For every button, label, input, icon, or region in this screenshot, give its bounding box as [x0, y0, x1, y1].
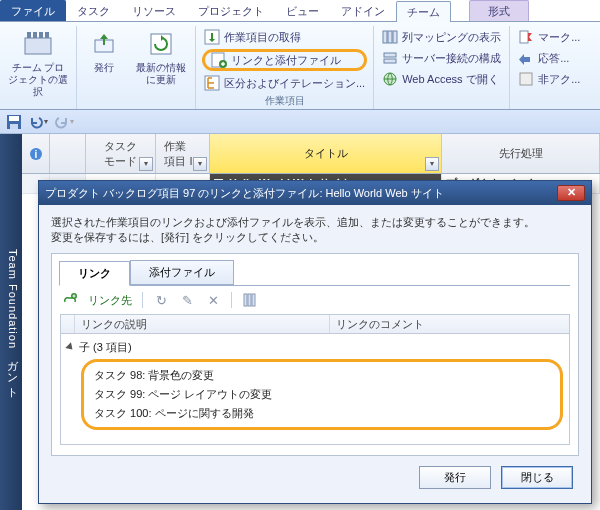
dialog-buttons: 発行 閉じる	[51, 456, 579, 493]
undo-icon[interactable]: ▾	[28, 114, 48, 130]
list-hdr-expand[interactable]	[61, 315, 75, 333]
close-icon[interactable]: ✕	[557, 185, 585, 201]
reply-label: 応答...	[538, 51, 569, 66]
colmap-label: 列マッピングの表示	[402, 30, 501, 45]
dialog-title: プロダクト バックログ項目 97 のリンクと添付ファイル: Hello Worl…	[45, 186, 444, 201]
hdr-indicator[interactable]: i	[22, 134, 50, 173]
columns-tool-icon[interactable]	[242, 292, 258, 308]
svg-rect-2	[33, 32, 37, 38]
hdr-predecessor[interactable]: 先行処理	[442, 134, 600, 173]
dialog-titlebar[interactable]: プロダクト バックログ項目 97 のリンクと添付ファイル: Hello Worl…	[39, 181, 591, 205]
tab-links[interactable]: リンク	[59, 261, 130, 286]
areas-icon	[204, 75, 220, 91]
svg-rect-3	[39, 32, 43, 38]
mark-icon	[518, 29, 534, 45]
publish-label: 発行	[94, 62, 114, 74]
hdr-pred-label: 先行処理	[499, 146, 543, 161]
hdr-taskmode[interactable]: タスク モード▾	[86, 134, 156, 173]
publish-button[interactable]: 発行	[83, 26, 125, 74]
info-icon: i	[29, 147, 43, 161]
tab-team[interactable]: チーム	[396, 1, 451, 22]
refresh-button[interactable]: 最新の情報 に更新	[133, 26, 189, 86]
areas-iterations-button[interactable]: 区分およびイテレーション...	[202, 74, 367, 92]
list-item[interactable]: タスク 98: 背景色の変更	[94, 366, 550, 385]
svg-rect-20	[9, 116, 19, 121]
mark-label: マーク...	[538, 30, 580, 45]
add-link-icon[interactable]	[62, 292, 78, 308]
tab-view[interactable]: ビュー	[275, 0, 330, 21]
list-hdr-desc[interactable]: リンクの説明	[75, 315, 330, 333]
inactive-label: 非アク...	[538, 72, 580, 87]
inactive-button[interactable]: 非アク...	[516, 70, 582, 88]
hdr-row-id[interactable]	[50, 134, 86, 173]
ribbon-group-sync: 発行 最新の情報 に更新	[77, 26, 196, 109]
refresh-icon	[145, 28, 177, 60]
hdr-mode-label: タスク モード	[104, 139, 137, 169]
links-icon	[211, 52, 227, 68]
tab-file[interactable]: ファイル	[0, 0, 66, 21]
tab-task[interactable]: タスク	[66, 0, 121, 21]
toolbar-sep2	[231, 292, 232, 308]
delete-tool-icon[interactable]: ✕	[205, 292, 221, 308]
refresh-label: 最新の情報 に更新	[136, 62, 186, 86]
areas-label: 区分およびイテレーション...	[224, 76, 365, 91]
workitems-group-label: 作業項目	[265, 94, 305, 108]
dialog-publish-button[interactable]: 発行	[419, 466, 491, 489]
svg-rect-12	[388, 31, 392, 43]
hdr-title[interactable]: タイトル▾	[210, 134, 442, 173]
svg-rect-15	[384, 59, 396, 63]
svg-rect-21	[10, 124, 18, 129]
mode-dropdown-icon[interactable]: ▾	[139, 157, 153, 171]
svg-rect-0	[25, 38, 51, 54]
svg-rect-18	[520, 73, 532, 85]
mark-button[interactable]: マーク...	[516, 28, 582, 46]
tab-attachments[interactable]: 添付ファイル	[130, 260, 234, 285]
get-icon	[204, 29, 220, 45]
list-hdr-comment[interactable]: リンクのコメント	[330, 315, 569, 333]
link-list: 子 (3 項目) タスク 98: 背景色の変更 タスク 99: ページ レイアウ…	[60, 334, 570, 445]
workitems-col: 作業項目の取得 リンクと添付ファイル 区分およびイテレーション...	[202, 28, 367, 92]
main-area: Team Foundation ガント i タスク モード▾ 作業 項目 ID▾…	[0, 134, 600, 510]
ribbon-group-config: 列マッピングの表示 サーバー接続の構成 Web Access で開く	[374, 26, 510, 109]
tab-project[interactable]: プロジェクト	[187, 0, 275, 21]
web-access-button[interactable]: Web Access で開く	[380, 70, 503, 88]
wid-dropdown-icon[interactable]: ▾	[193, 157, 207, 171]
grid-area: i タスク モード▾ 作業 項目 ID▾ タイトル▾ 先行処理 1 97 −He…	[22, 134, 600, 510]
ribbon-group-more: マーク... 応答... 非アク...	[510, 26, 588, 109]
list-header: リンクの説明 リンクのコメント	[60, 314, 570, 334]
svg-rect-11	[383, 31, 387, 43]
redo-tool-icon[interactable]: ↻	[153, 292, 169, 308]
list-item[interactable]: タスク 99: ページ レイアウトの変更	[94, 385, 550, 404]
links-attachments-button[interactable]: リンクと添付ファイル	[202, 49, 367, 71]
list-group-row[interactable]: 子 (3 項目)	[67, 338, 563, 357]
server-config-button[interactable]: サーバー接続の構成	[380, 49, 503, 67]
dialog-description: 選択された作業項目のリンクおよび添付ファイルを表示、追加、または変更することがで…	[51, 215, 579, 245]
dialog-inner: リンク 添付ファイル リンク先 ↻ ✎ ✕	[51, 253, 579, 456]
hdr-title-label: タイトル	[304, 146, 348, 161]
column-mapping-button[interactable]: 列マッピングの表示	[380, 28, 503, 46]
tab-resource[interactable]: リソース	[121, 0, 187, 21]
svg-rect-28	[248, 294, 251, 306]
expand-icon[interactable]	[65, 342, 75, 352]
webaccess-label: Web Access で開く	[402, 72, 498, 87]
inactive-icon	[518, 71, 534, 87]
choose-label: チーム プロ ジェクトの選択	[6, 62, 70, 98]
team-project-icon	[22, 28, 54, 60]
list-item[interactable]: タスク 100: ページに関する開発	[94, 404, 550, 423]
dialog-close-button[interactable]: 閉じる	[501, 466, 573, 489]
edit-tool-icon[interactable]: ✎	[179, 292, 195, 308]
publish-icon	[88, 28, 120, 60]
reply-button[interactable]: 応答...	[516, 49, 582, 67]
save-icon[interactable]	[6, 114, 22, 130]
server-label: サーバー接続の構成	[402, 51, 501, 66]
choose-team-project-button[interactable]: チーム プロ ジェクトの選択	[6, 26, 70, 98]
redo-icon[interactable]: ▾	[54, 114, 74, 130]
title-dropdown-icon[interactable]: ▾	[425, 157, 439, 171]
side-tab-gantt[interactable]: Team Foundation ガント	[0, 134, 22, 510]
server-icon	[382, 50, 398, 66]
tab-addin[interactable]: アドイン	[330, 0, 396, 21]
get-work-items-button[interactable]: 作業項目の取得	[202, 28, 367, 46]
tab-format[interactable]: 形式	[469, 0, 529, 21]
hdr-workitem-id[interactable]: 作業 項目 ID▾	[156, 134, 210, 173]
svg-rect-13	[393, 31, 397, 43]
